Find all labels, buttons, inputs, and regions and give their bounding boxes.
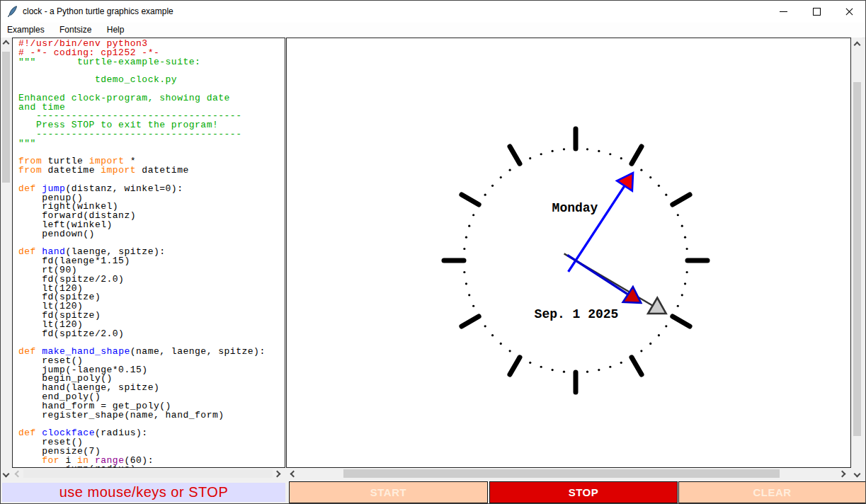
- menu-examples[interactable]: Examples: [1, 23, 51, 38]
- minute-hand-arrow: [617, 173, 633, 191]
- clear-button[interactable]: CLEAR: [678, 481, 866, 503]
- code-hscroll-thumb[interactable]: [23, 469, 273, 478]
- scroll-down-arrow[interactable]: [1, 469, 11, 480]
- canvas-vertical-scrollbar[interactable]: [852, 38, 862, 480]
- start-button[interactable]: START: [289, 481, 488, 503]
- title-bar: clock - a Python turtle graphics example: [1, 1, 865, 23]
- close-button[interactable]: [833, 1, 865, 22]
- scroll-down-arrow[interactable]: [852, 469, 862, 480]
- code-vertical-scrollbar[interactable]: [1, 38, 11, 480]
- maximize-button[interactable]: [800, 1, 833, 22]
- canvas-horizontal-scrollbar[interactable]: [286, 468, 851, 480]
- canvas-hscroll-thumb[interactable]: [343, 469, 780, 478]
- app-window: clock - a Python turtle graphics example…: [0, 0, 866, 504]
- scroll-right-arrow[interactable]: [273, 469, 284, 479]
- source-code-panel[interactable]: #!/usr/bin/env python3# -*- coding: cp12…: [12, 38, 285, 468]
- scroll-up-arrow[interactable]: [1, 38, 11, 48]
- menu-help[interactable]: Help: [101, 23, 131, 38]
- stop-button[interactable]: STOP: [489, 481, 678, 503]
- clock-drawing: MondaySep. 1 2025: [287, 38, 850, 467]
- svg-text:Monday: Monday: [552, 201, 598, 215]
- svg-text:Sep. 1 2025: Sep. 1 2025: [535, 307, 619, 321]
- tk-feather-icon: [7, 6, 18, 18]
- menu-fontsize[interactable]: Fontsize: [53, 23, 98, 38]
- scroll-right-arrow[interactable]: [838, 469, 849, 479]
- minimize-button[interactable]: [768, 1, 800, 22]
- minute-hand: [569, 186, 625, 272]
- second-hand-arrow: [648, 298, 666, 314]
- code-horizontal-scrollbar[interactable]: [12, 468, 285, 480]
- footer-bar: use mouse/keys or STOP START STOP CLEAR: [1, 480, 865, 504]
- turtle-canvas[interactable]: MondaySep. 1 2025: [286, 38, 851, 468]
- code-text: #!/usr/bin/env python3# -*- coding: cp12…: [18, 40, 266, 468]
- scroll-up-arrow[interactable]: [852, 39, 862, 50]
- status-label: use mouse/keys or STOP: [2, 483, 285, 502]
- scroll-left-arrow[interactable]: [12, 469, 23, 479]
- scroll-left-arrow[interactable]: [287, 469, 298, 479]
- hour-hand: [567, 255, 628, 294]
- menu-bar: Examples Fontsize Help: [1, 23, 865, 38]
- canvas-vscroll-thumb[interactable]: [853, 82, 861, 436]
- window-title: clock - a Python turtle graphics example: [23, 6, 173, 16]
- code-vscroll-thumb[interactable]: [2, 52, 10, 183]
